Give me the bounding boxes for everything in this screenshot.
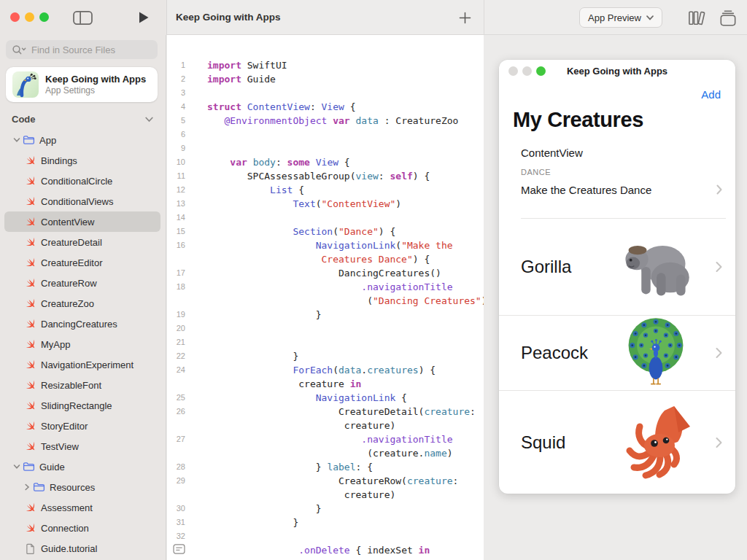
code-line[interactable]: 17 DancingCreatures() [167, 266, 484, 280]
sidebar-item-resizablefont[interactable]: ResizableFont [4, 375, 160, 395]
code-line[interactable]: 22 } [167, 349, 484, 363]
line-number: 4 [167, 100, 185, 114]
code-line[interactable]: 18 .navigationTitle [167, 280, 484, 294]
sidebar-item-bindings[interactable]: Bindings [4, 150, 160, 171]
sidebar-item-contentview[interactable]: ContentView [4, 211, 160, 232]
line-number: 14 [167, 211, 185, 225]
library-button[interactable] [685, 9, 708, 28]
add-file-button[interactable] [457, 10, 472, 25]
line-number: 5 [167, 114, 185, 128]
sidebar-item-myapp[interactable]: MyApp [4, 334, 160, 354]
sidebar-item-testview[interactable]: TestView [4, 436, 160, 456]
sidebar-item-creaturezoo[interactable]: CreatureZoo [4, 293, 160, 314]
file-label: DancingCreatures [41, 319, 117, 330]
contentview-row[interactable]: ContentView [521, 147, 583, 159]
sidebar-item-guide-tutorial[interactable]: Guide.tutorial [4, 538, 160, 559]
code-line[interactable]: 1import SwiftUI [167, 58, 484, 72]
file-label: Resources [50, 482, 95, 493]
swift-file-icon [24, 175, 36, 187]
sidebar-item-slidingrectangle[interactable]: SlidingRectangle [4, 395, 160, 416]
code-line[interactable]: 21 [167, 335, 484, 349]
sidebar: Find in Source Files Keep Going wit [0, 35, 166, 560]
file-label: Bindings [41, 155, 77, 166]
app-gallery-button[interactable] [716, 9, 740, 28]
preview-header: App Preview [484, 0, 747, 35]
code-line[interactable]: 26 CreatureDetail(creature: [167, 405, 484, 419]
sidebar-item-conditionalviews[interactable]: ConditionalViews [4, 191, 160, 211]
editor-header: Keep Going with Apps [166, 0, 484, 35]
code-line[interactable]: 25 NavigationLink { [167, 391, 484, 405]
file-label: NavigationExperiment [41, 359, 133, 370]
close-window-button[interactable] [10, 12, 20, 22]
code-line[interactable]: 31 } [167, 516, 484, 529]
creature-row-gorilla[interactable]: Gorilla [499, 219, 735, 316]
sidebar-item-dancingcreatures[interactable]: DancingCreatures [4, 314, 160, 334]
code-line[interactable]: 12 List { [167, 183, 484, 197]
run-button[interactable] [136, 10, 152, 25]
search-input[interactable]: Find in Source Files [6, 40, 158, 59]
code-line[interactable]: 10 var body: some View { [167, 155, 484, 169]
sidebar-item-creaturerow[interactable]: CreatureRow [4, 273, 160, 293]
code-line[interactable]: creature) [167, 488, 484, 502]
sidebar-item-creaturedetail[interactable]: CreatureDetail [4, 232, 160, 252]
zoom-window-button[interactable] [39, 12, 49, 22]
code-line[interactable]: 16 NavigationLink("Make the [167, 238, 484, 252]
code-line[interactable]: 4struct ContentView: View { [167, 100, 484, 114]
file-label: ResizableFont [41, 380, 101, 391]
code-line[interactable]: Creatures Dance") { [167, 252, 484, 266]
file-label: Guide.tutorial [41, 543, 97, 554]
code-line[interactable]: .onDelete { indexSet in [167, 543, 484, 557]
sidebar-item-guide[interactable]: Guide [4, 456, 160, 477]
code-text: import SwiftUI [207, 58, 287, 72]
annotation-icon [173, 544, 185, 554]
code-line[interactable]: 27 .navigationTitle [167, 432, 484, 446]
code-line[interactable]: 29 CreatureRow(creature: [167, 474, 484, 488]
creature-row-squid[interactable]: Squid [499, 391, 735, 494]
code-line[interactable]: 19 } [167, 308, 484, 322]
line-number: 27 [167, 432, 185, 446]
line-number: 12 [167, 183, 185, 197]
code-line[interactable]: 28 } label: { [167, 460, 484, 474]
sidebar-item-creatureeditor[interactable]: CreatureEditor [4, 252, 160, 273]
line-number: 16 [167, 238, 185, 252]
sidebar-item-app[interactable]: App [4, 130, 160, 150]
code-line[interactable]: (creature.name) [167, 446, 484, 460]
code-text: import Guide [207, 72, 276, 86]
code-line[interactable]: 30 } [167, 502, 484, 516]
code-line[interactable]: 3 [167, 86, 484, 100]
code-line[interactable]: ("Dancing Creatures") [167, 294, 484, 308]
toggle-sidebar-button[interactable] [71, 9, 94, 26]
sidebar-item-conditionalcircle[interactable]: ConditionalCircle [4, 171, 160, 191]
dance-row[interactable]: Make the Creatures Dance [521, 184, 651, 196]
chevron-down-icon [646, 15, 654, 20]
code-line[interactable]: 5 @EnvironmentObject var data : Creature… [167, 114, 484, 128]
code-line[interactable]: 20 [167, 322, 484, 335]
line-number [167, 252, 185, 266]
code-line[interactable]: creature in [167, 377, 484, 391]
minimize-window-button[interactable] [25, 12, 34, 22]
code-line[interactable]: creature) [167, 419, 484, 432]
code-line[interactable]: 11 SPCAssessableGroup(view: self) { [167, 169, 484, 183]
sidebar-item-assessment[interactable]: Assessment [4, 497, 160, 518]
code-section-header[interactable]: Code [0, 111, 166, 128]
editor-title: Keep Going with Apps [176, 12, 281, 23]
sidebar-item-storyeditor[interactable]: StoryEditor [4, 416, 160, 436]
sidebar-item-resources[interactable]: Resources [4, 477, 160, 497]
add-creature-button[interactable]: Add [701, 88, 721, 101]
creature-row-peacock[interactable]: Peacock [499, 316, 735, 391]
code-line[interactable]: 13 Text("ContentView") [167, 197, 484, 211]
code-line[interactable]: 24 ForEach(data.creatures) { [167, 363, 484, 377]
code-line[interactable]: 6 [167, 128, 484, 141]
app-settings-card[interactable]: Keep Going with Apps App Settings [6, 67, 158, 102]
code-editor[interactable]: 1import SwiftUI2import Guide34struct Con… [167, 35, 484, 560]
code-line[interactable]: 15 Section("Dance") { [167, 225, 484, 238]
sidebar-item-connection[interactable]: Connection [4, 518, 160, 538]
sidebar-item-navigationexperiment[interactable]: NavigationExperiment [4, 354, 160, 375]
file-label: CreatureDetail [41, 237, 102, 248]
code-line[interactable]: 9 [167, 141, 484, 155]
code-line[interactable]: 14 [167, 211, 484, 225]
preview-mode-button[interactable]: App Preview [579, 7, 662, 28]
code-line[interactable]: 32 [167, 529, 484, 543]
chevron-right-icon [23, 483, 31, 491]
code-line[interactable]: 2import Guide [167, 72, 484, 86]
